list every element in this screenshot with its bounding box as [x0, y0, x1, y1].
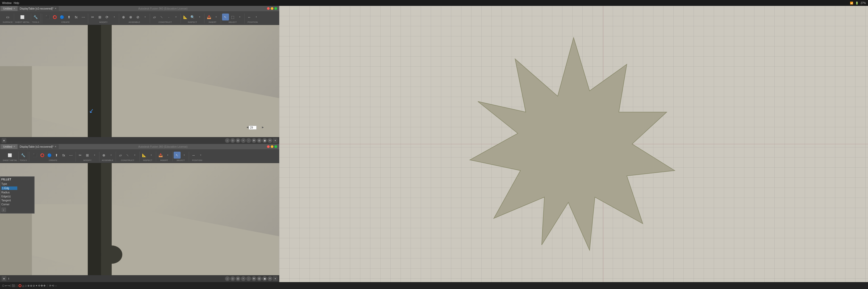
- insert-btn1[interactable]: 📥: [206, 13, 213, 21]
- position-chevron[interactable]: ▾: [253, 13, 260, 21]
- modify-chevron[interactable]: ▾: [111, 13, 118, 21]
- nav-pan-bottom[interactable]: ✥: [252, 276, 256, 281]
- toolbar-tools-btn[interactable]: 🔧: [32, 13, 39, 21]
- nav-zoom-fit-top[interactable]: ⊞: [236, 138, 240, 143]
- taskbar-icon7[interactable]: △: [22, 284, 24, 287]
- nav-zoom-out-bottom[interactable]: -: [246, 276, 251, 281]
- taskbar-icon2[interactable]: ↩: [5, 284, 7, 287]
- create-more-btn[interactable]: ⋯: [80, 13, 87, 21]
- fillet-info-icon[interactable]: i: [1, 208, 6, 212]
- nav-grid-bottom[interactable]: ⊞: [257, 276, 262, 281]
- modify-btn2[interactable]: ⊞: [96, 13, 103, 21]
- taskbar-icon17[interactable]: ⟳: [49, 284, 51, 287]
- construct-btn2[interactable]: ⟍: [158, 13, 165, 21]
- top-window-tabbar[interactable]: Untitled ✕ DisplayTable [v2-recovered]* …: [0, 6, 279, 11]
- bm-btn2[interactable]: ⊞: [84, 152, 91, 158]
- inspect-btn1[interactable]: 📐: [182, 13, 189, 21]
- bin-btn1[interactable]: 📥: [157, 152, 164, 158]
- taskbar-icon13[interactable]: ✣: [38, 284, 40, 287]
- bottom-square-icon-bottom[interactable]: ■: [2, 276, 6, 281]
- tb-bottom-tools-btn[interactable]: 🔧: [20, 152, 27, 158]
- bco-btn1[interactable]: ▱: [117, 152, 124, 158]
- nav-zoom-in-bottom[interactable]: +: [241, 276, 246, 281]
- taskbar-icon15[interactable]: ✥: [43, 284, 45, 287]
- bc-btn2[interactable]: ⭕: [39, 152, 46, 158]
- nav-display-top[interactable]: ◼: [262, 138, 267, 143]
- taskbar-icon1[interactable]: ⬡: [2, 284, 4, 287]
- bco-btn2[interactable]: ⟍: [124, 152, 131, 158]
- modify-btn3[interactable]: ⟳: [104, 13, 111, 21]
- taskbar-icon8[interactable]: ◇: [25, 284, 27, 287]
- taskbar-icon11[interactable]: ⊘: [33, 284, 35, 287]
- nav-pan-top[interactable]: ✥: [252, 138, 256, 143]
- taskbar-icon6[interactable]: ⭕: [18, 284, 22, 287]
- nav-home-top[interactable]: ⌂: [225, 138, 230, 143]
- right-display-panel[interactable]: [279, 6, 868, 282]
- window-max-bottom[interactable]: [274, 145, 277, 148]
- bi-chevron[interactable]: ▾: [148, 152, 155, 158]
- tab-close-bottom-untitled[interactable]: ✕: [13, 145, 16, 148]
- ba-btn1[interactable]: ⊕: [100, 152, 107, 158]
- nav-zoom-in-top[interactable]: +: [241, 138, 246, 143]
- coord-arrow-right[interactable]: ▶: [262, 126, 264, 129]
- nav-display-bottom[interactable]: ◼: [262, 276, 267, 281]
- bottom-window-tabbar[interactable]: Untitled ✕ DisplayTable [v2-recovered]* …: [0, 144, 279, 149]
- nav-env-bottom[interactable]: ☀: [268, 276, 272, 281]
- ba-chevron[interactable]: ▾: [108, 152, 115, 158]
- nav-orbit-top[interactable]: ⊙: [230, 138, 235, 143]
- tab-displaytable-top[interactable]: DisplayTable [v2-recovered]* ✕: [18, 6, 59, 11]
- help-menu[interactable]: Help: [14, 2, 20, 4]
- select-btn2[interactable]: ⬚: [229, 13, 236, 21]
- viewport-top[interactable]: ↙ 29 ◀ ▶: [0, 25, 279, 137]
- construct-btn1[interactable]: ▱: [151, 13, 158, 21]
- inspect-btn2[interactable]: 🔍: [189, 13, 196, 21]
- taskbar-icon16[interactable]: ⋮: [46, 284, 49, 287]
- window-close-top[interactable]: [267, 7, 270, 10]
- assemble-btn3[interactable]: ⊘: [134, 13, 142, 21]
- bi-btn1[interactable]: 📐: [141, 152, 148, 158]
- create-extrude-btn[interactable]: ⬆: [66, 13, 72, 21]
- taskbar-icon19[interactable]: →: [55, 284, 57, 287]
- coord-input-top[interactable]: 29: [249, 125, 257, 130]
- bin-chevron[interactable]: ▾: [164, 152, 171, 158]
- assemble-btn1[interactable]: ⊕: [120, 13, 127, 21]
- position-btn1[interactable]: ↔: [246, 13, 253, 21]
- create-box-btn[interactable]: ⬛: [44, 13, 51, 21]
- nav-more-top[interactable]: ▾: [273, 138, 278, 143]
- window-max-top[interactable]: [274, 7, 277, 10]
- bc-btn5[interactable]: fx: [60, 152, 67, 158]
- tab-close-displaytable-bottom[interactable]: ✕: [55, 145, 57, 148]
- tab-untitled-bottom[interactable]: Untitled ✕: [1, 144, 18, 149]
- coord-arrow-left[interactable]: ◀: [247, 126, 248, 129]
- taskbar-icon14[interactable]: ✤: [41, 284, 43, 287]
- viewport-bottom[interactable]: FILLET Type Radius Edge(s): [0, 163, 279, 275]
- fillet-value-row[interactable]: [1, 186, 33, 190]
- bc-btn6[interactable]: ⋯: [67, 152, 74, 158]
- window-menu[interactable]: Window: [2, 2, 12, 4]
- nav-orbit-bottom[interactable]: ⊙: [230, 276, 235, 281]
- select-chevron[interactable]: ▾: [237, 13, 243, 21]
- bm-chevron[interactable]: ▾: [91, 152, 98, 158]
- inspect-chevron[interactable]: ▾: [196, 13, 203, 21]
- toolbar-sheetmetal-btn[interactable]: ⬜: [19, 13, 26, 21]
- tb-bottom-sheetmetal-btn[interactable]: ⬜: [6, 152, 13, 158]
- nav-zoom-out-top[interactable]: -: [246, 138, 251, 143]
- taskbar-icon10[interactable]: ⊗: [30, 284, 32, 287]
- window-min-top[interactable]: [271, 7, 273, 10]
- taskbar-icon12[interactable]: ✦: [35, 284, 37, 287]
- tab-displaytable-bottom[interactable]: DisplayTable [v2-recovered]* ✕: [18, 144, 59, 149]
- bpos-btn1[interactable]: ↔: [190, 152, 197, 158]
- construct-chevron[interactable]: ▾: [173, 13, 180, 21]
- assemble-chevron[interactable]: ▾: [142, 13, 149, 21]
- bottom-square-icon-top[interactable]: ■: [2, 138, 6, 143]
- bc-btn3[interactable]: 🔵: [46, 152, 53, 158]
- create-formula-btn[interactable]: fx: [73, 13, 80, 21]
- tab-close-top[interactable]: ✕: [13, 7, 16, 10]
- nav-more-bottom[interactable]: ▾: [273, 276, 278, 281]
- bc-btn1[interactable]: ⬛: [32, 152, 38, 158]
- window-min-bottom[interactable]: [271, 145, 273, 148]
- taskbar-icon4[interactable]: ⬛: [12, 284, 15, 287]
- create-sphere-btn[interactable]: 🔵: [59, 13, 65, 21]
- create-cyl-btn[interactable]: ⭕: [51, 13, 58, 21]
- nav-env-top[interactable]: ☀: [268, 138, 272, 143]
